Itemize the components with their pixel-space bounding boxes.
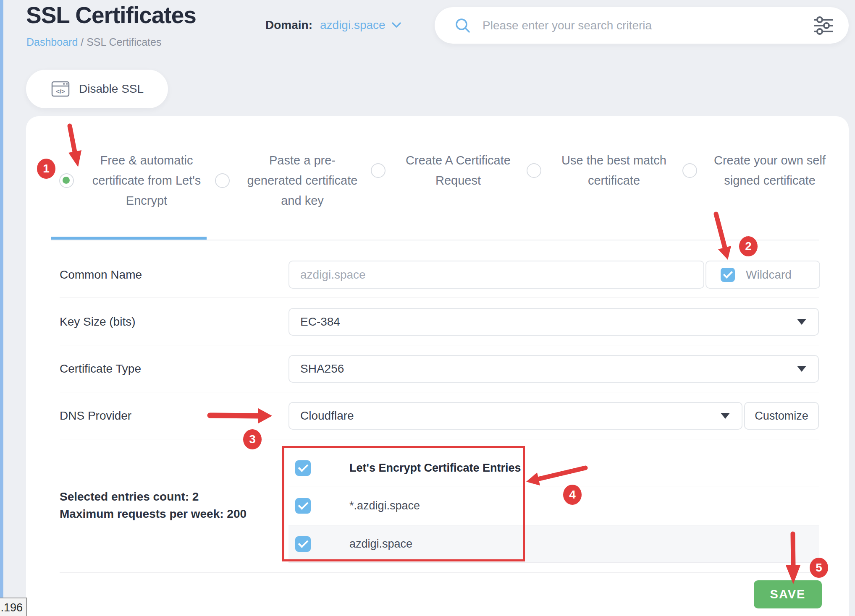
disable-ssl-button[interactable]: </> Disable SSL	[26, 70, 168, 108]
disable-ssl-label: Disable SSL	[79, 82, 144, 96]
radio-icon[interactable]	[527, 163, 541, 178]
row-divider	[60, 345, 819, 345]
entries-header-row: Let's Encrypt Certificate Entries	[288, 450, 819, 486]
breadcrumb-dashboard-link[interactable]: Dashboard	[26, 36, 78, 48]
entry-row[interactable]: azdigi.space	[288, 525, 819, 563]
entry-checkbox-checked-icon[interactable]	[295, 498, 311, 514]
caret-down-icon	[797, 319, 806, 325]
tab-label: Paste a pre-generated certificate and ke…	[242, 150, 362, 211]
ssl-form-card: Free & automatic certificate from Let's …	[26, 116, 849, 616]
entry-label: azdigi.space	[349, 538, 412, 551]
dns-provider-label: DNS Provider	[60, 409, 131, 423]
common-name-label: Common Name	[60, 268, 142, 282]
tabs-divider	[51, 240, 819, 240]
row-divider	[60, 439, 819, 439]
breadcrumb: Dashboard / SSL Certificates	[26, 36, 161, 48]
search-icon	[455, 18, 471, 34]
selected-entries-count: Selected entries count: 2	[60, 490, 199, 504]
select-all-checkbox-checked-icon[interactable]	[295, 460, 311, 476]
lets-encrypt-entries-table: Let's Encrypt Certificate Entries *.azdi…	[288, 450, 819, 563]
certificate-type-select[interactable]: SHA256	[288, 355, 819, 383]
customize-button[interactable]: Customize	[744, 402, 819, 430]
tab-label: Free & automatic certificate from Let's …	[87, 150, 207, 211]
domain-selector: Domain: azdigi.space	[265, 18, 401, 32]
tab-certificate-request[interactable]: Create A Certificate Request	[362, 150, 518, 191]
svg-text:</>: </>	[56, 88, 65, 95]
left-edge-strip	[0, 0, 3, 616]
radio-icon[interactable]	[371, 163, 386, 178]
dns-provider-value: Cloudflare	[300, 409, 354, 423]
tab-paste-certificate[interactable]: Paste a pre-generated certificate and ke…	[207, 150, 362, 211]
radio-icon[interactable]	[215, 173, 230, 188]
entry-checkbox-checked-icon[interactable]	[295, 536, 311, 552]
tab-self-signed[interactable]: Create your own self signed certificate	[674, 150, 830, 191]
row-divider	[60, 297, 819, 298]
wildcard-option[interactable]: Wildcard	[706, 261, 820, 289]
entry-row[interactable]: *.azdigi.space	[288, 486, 819, 525]
radio-selected-icon[interactable]	[59, 173, 74, 188]
dns-provider-select[interactable]: Cloudflare	[288, 402, 742, 430]
key-size-label: Key Size (bits)	[60, 315, 136, 329]
tab-label: Use the best match certificate	[554, 150, 674, 191]
caret-down-icon	[721, 413, 730, 419]
row-divider	[60, 392, 819, 392]
entries-header-label: Let's Encrypt Certificate Entries	[349, 462, 521, 475]
domain-label: Domain:	[265, 18, 312, 32]
wildcard-checkbox-checked-icon[interactable]	[721, 268, 735, 282]
save-button[interactable]: SAVE	[754, 580, 822, 608]
search-input[interactable]	[482, 18, 813, 33]
caret-down-icon	[797, 366, 806, 372]
radio-icon[interactable]	[682, 163, 697, 178]
status-url-fragment: .196	[0, 598, 27, 616]
tab-lets-encrypt[interactable]: Free & automatic certificate from Let's …	[51, 150, 207, 211]
tab-label: Create A Certificate Request	[398, 150, 518, 191]
certificate-type-label: Certificate Type	[60, 362, 141, 376]
search-bar	[435, 7, 849, 44]
breadcrumb-separator: /	[78, 36, 87, 48]
breadcrumb-current: SSL Certificates	[87, 36, 161, 48]
key-size-select[interactable]: EC-384	[288, 308, 819, 336]
domain-dropdown[interactable]: azdigi.space	[320, 18, 401, 32]
common-name-input[interactable]	[288, 261, 704, 289]
tab-best-match[interactable]: Use the best match certificate	[518, 150, 674, 191]
row-divider	[60, 572, 819, 573]
key-size-value: EC-384	[300, 315, 340, 329]
chevron-down-icon	[391, 22, 401, 29]
max-requests-per-week: Maximum requests per week: 200	[60, 507, 247, 521]
wildcard-label: Wildcard	[746, 268, 792, 282]
entry-label: *.azdigi.space	[349, 499, 420, 512]
active-tab-underline	[51, 237, 207, 240]
certificate-type-value: SHA256	[300, 362, 344, 376]
page-title: SSL Certificates	[26, 2, 196, 29]
domain-value: azdigi.space	[320, 18, 386, 32]
filter-sliders-icon[interactable]	[813, 16, 834, 36]
code-window-icon: </>	[51, 81, 70, 97]
tab-label: Create your own self signed certificate	[710, 150, 830, 191]
